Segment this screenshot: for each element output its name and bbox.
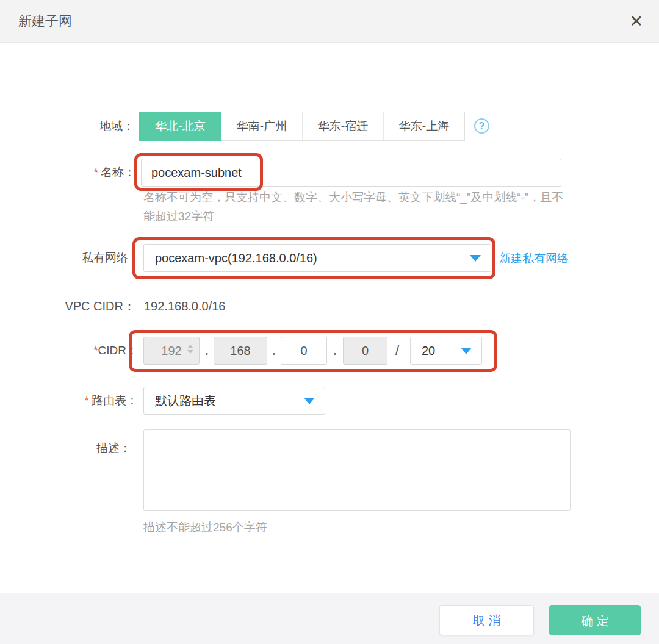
cidr-octet-1-value: 192 bbox=[161, 344, 181, 357]
cidr-mask-value: 20 bbox=[422, 344, 435, 357]
description-label: 描述： bbox=[0, 440, 131, 456]
cidr-mask-select[interactable]: 20 bbox=[410, 337, 482, 365]
cidr-dot-2: . bbox=[272, 337, 276, 365]
required-asterisk: * bbox=[85, 394, 89, 407]
region-tab-shanghai[interactable]: 华东-上海 bbox=[383, 112, 464, 140]
chevron-down-icon bbox=[461, 348, 472, 354]
vpc-cidr-value: 192.168.0.0/16 bbox=[144, 298, 225, 314]
stepper-down-icon[interactable] bbox=[187, 350, 193, 354]
cidr-label: *CIDR： bbox=[0, 337, 138, 365]
create-vpc-link[interactable]: 新建私有网络 bbox=[499, 251, 569, 267]
chevron-down-icon bbox=[304, 398, 315, 404]
route-table-selected-option: 默认路由表 bbox=[155, 394, 216, 407]
route-table-label-text: 路由表： bbox=[92, 394, 138, 407]
cancel-button[interactable]: 取 消 bbox=[439, 605, 534, 635]
region-tab-group: 华北-北京 华南-广州 华东-宿迁 华东-上海 bbox=[139, 112, 465, 141]
close-icon[interactable]: ✕ bbox=[629, 0, 643, 43]
number-stepper bbox=[187, 345, 194, 354]
cidr-octet-4: 0 bbox=[343, 337, 387, 365]
cidr-label-text: CIDR： bbox=[98, 344, 138, 357]
cidr-octet-3[interactable]: 0 bbox=[281, 337, 327, 365]
cidr-dot-1: . bbox=[205, 337, 209, 365]
name-label-text: 名称： bbox=[101, 166, 135, 179]
cidr-octet-1: 192 bbox=[143, 337, 200, 365]
dialog-footer: 取 消 确 定 bbox=[0, 593, 659, 644]
vpc-label: 私有网络 bbox=[0, 244, 128, 272]
cidr-octet-2: 168 bbox=[214, 337, 267, 365]
name-helper-text: 名称不可为空，只支持中文、数字、大小写字母、英文下划线“_”及中划线“-”，且不… bbox=[143, 188, 566, 226]
dialog-header: 新建子网 ✕ bbox=[0, 0, 659, 43]
description-textarea[interactable] bbox=[143, 429, 571, 511]
region-label: 地域： bbox=[0, 112, 134, 141]
create-subnet-dialog: 新建子网 ✕ 地域： 华北-北京 华南-广州 华东-宿迁 华东-上海 ? *名称… bbox=[0, 0, 659, 644]
region-tab-guangzhou[interactable]: 华南-广州 bbox=[221, 112, 302, 140]
help-icon[interactable]: ? bbox=[474, 118, 489, 134]
dialog-title: 新建子网 bbox=[18, 0, 72, 43]
vpc-selected-option: pocexam-vpc(192.168.0.0/16) bbox=[155, 251, 317, 265]
route-table-select[interactable]: 默认路由表 bbox=[143, 387, 325, 415]
subnet-name-input[interactable] bbox=[141, 159, 561, 187]
stepper-up-icon[interactable] bbox=[187, 345, 193, 348]
chevron-down-icon bbox=[470, 255, 481, 262]
name-label: *名称： bbox=[0, 159, 135, 187]
cidr-dot-3: . bbox=[333, 337, 337, 365]
required-asterisk: * bbox=[93, 344, 98, 357]
cidr-slash: / bbox=[395, 337, 399, 365]
required-asterisk: * bbox=[94, 166, 98, 179]
route-table-label: *路由表： bbox=[0, 387, 138, 415]
region-tab-suqian[interactable]: 华东-宿迁 bbox=[302, 112, 383, 140]
confirm-button[interactable]: 确 定 bbox=[549, 605, 641, 635]
description-helper-text: 描述不能超过256个字符 bbox=[143, 518, 566, 537]
vpc-cidr-label: VPC CIDR： bbox=[0, 298, 135, 314]
vpc-select[interactable]: pocexam-vpc(192.168.0.0/16) bbox=[143, 244, 491, 272]
region-tab-beijing[interactable]: 华北-北京 bbox=[139, 112, 221, 141]
